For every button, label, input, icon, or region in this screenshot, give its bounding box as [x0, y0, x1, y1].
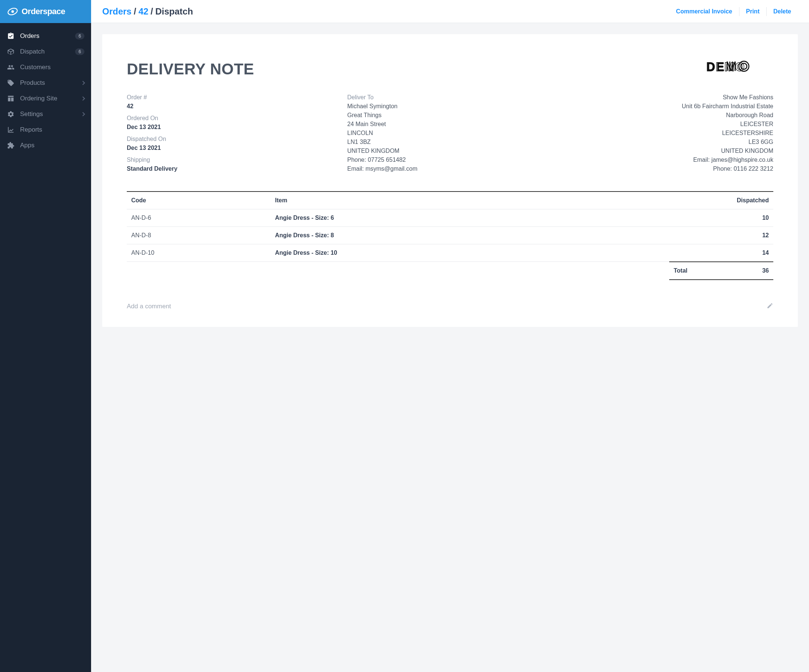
brand-logo-icon [7, 6, 18, 17]
document-header: DELIVERY NOTE DEMO D E [127, 60, 773, 78]
commercial-invoice-link[interactable]: Commercial Invoice [669, 8, 739, 15]
cell-item: Angie Dress - Size: 6 [271, 209, 590, 227]
sidebar-item-label: Products [20, 79, 76, 87]
chevron-right-icon [81, 96, 85, 101]
sidebar-item-customers[interactable]: Customers [0, 59, 91, 75]
ordered-on: Dec 13 2021 [127, 123, 332, 132]
clipboard-check-icon [7, 32, 15, 40]
total-label: Total [674, 267, 687, 274]
comment-placeholder: Add a comment [127, 303, 171, 310]
chart-line-icon [7, 126, 15, 134]
sidebar-item-label: Orders [20, 32, 70, 40]
people-icon [7, 63, 15, 71]
sender-line1: Unit 6b Faircharm Industrial Estate [568, 102, 773, 111]
sidebar-item-settings[interactable]: Settings [0, 106, 91, 122]
recipient-postcode: LN1 3BZ [347, 138, 553, 146]
cell-dispatched: 12 [589, 227, 773, 244]
sidebar-item-label: Ordering Site [20, 95, 76, 102]
table-row: AN-D-10 Angie Dress - Size: 10 14 [127, 244, 773, 262]
dispatched-on: Dec 13 2021 [127, 144, 332, 153]
recipient-city: LINCOLN [347, 129, 553, 138]
website-icon [7, 94, 15, 102]
top-bar: Orders/42/Dispatch Commercial Invoice Pr… [91, 0, 809, 23]
sender-company: Show Me Fashions [568, 93, 773, 102]
sidebar-item-label: Dispatch [20, 48, 70, 55]
recipient-email: Email: msyms@gmail.com [347, 165, 553, 173]
breadcrumb: Orders/42/Dispatch [102, 6, 193, 17]
ordered-on-label: Ordered On [127, 114, 332, 123]
order-num-label: Order # [127, 93, 332, 102]
sidebar-item-label: Apps [20, 142, 84, 149]
cell-item: Angie Dress - Size: 8 [271, 227, 590, 244]
sender-line2: Narborough Road [568, 111, 773, 120]
puzzle-icon [7, 141, 15, 150]
header-item: Item [271, 192, 590, 209]
cell-item: Angie Dress - Size: 10 [271, 244, 590, 262]
package-icon [7, 48, 15, 56]
recipient-name: Michael Symington [347, 102, 553, 111]
brand-name: Orderspace [22, 7, 65, 16]
sidebar-item-label: Customers [20, 64, 84, 71]
sidebar-item-label: Settings [20, 111, 76, 118]
sender-column: Show Me Fashions Unit 6b Faircharm Indus… [568, 93, 773, 176]
sidebar-item-ordering-site[interactable]: Ordering Site [0, 91, 91, 106]
svg-text:D: D [707, 60, 716, 74]
breadcrumb-current: Dispatch [155, 6, 193, 16]
document-info: Order # 42 Ordered On Dec 13 2021 Dispat… [127, 93, 773, 176]
main-content: Orders/42/Dispatch Commercial Invoice Pr… [91, 0, 809, 672]
cell-code: AN-D-6 [127, 209, 271, 227]
shipping-label: Shipping [127, 155, 332, 165]
sidebar-item-products[interactable]: Products [0, 75, 91, 91]
chevron-right-icon [81, 81, 85, 85]
shipping-method: Standard Delivery [127, 165, 332, 173]
order-num: 42 [127, 102, 332, 111]
dispatched-on-label: Dispatched On [127, 134, 332, 144]
pencil-icon[interactable] [767, 302, 773, 311]
table-row: AN-D-6 Angie Dress - Size: 6 10 [127, 209, 773, 227]
order-info-column: Order # 42 Ordered On Dec 13 2021 Dispat… [127, 93, 332, 176]
chevron-right-icon [81, 112, 85, 116]
sender-region: LEICESTERSHIRE [568, 129, 773, 138]
content-area: DELIVERY NOTE DEMO D E [91, 23, 809, 338]
sidebar-item-orders[interactable]: Orders 6 [0, 28, 91, 44]
header-code: Code [127, 192, 271, 209]
cell-code: AN-D-8 [127, 227, 271, 244]
sender-email: Email: james@highspire.co.uk [568, 155, 773, 165]
breadcrumb-orders-link[interactable]: Orders [102, 6, 132, 16]
svg-point-1 [12, 10, 14, 13]
company-logo: DEMO D E [707, 60, 773, 75]
sidebar-badge: 6 [75, 33, 84, 39]
deliver-to-column: Deliver To Michael Symington Great Thing… [347, 93, 553, 176]
header-dispatched: Dispatched [589, 192, 773, 209]
breadcrumb-order-id-link[interactable]: 42 [138, 6, 148, 16]
document-title: DELIVERY NOTE [127, 60, 254, 78]
sidebar-item-reports[interactable]: Reports [0, 122, 91, 138]
print-link[interactable]: Print [740, 8, 766, 15]
sidebar-item-label: Reports [20, 126, 84, 133]
recipient-street: 24 Main Street [347, 120, 553, 129]
recipient-country: UNITED KINGDOM [347, 146, 553, 155]
sidebar-item-dispatch[interactable]: Dispatch 6 [0, 44, 91, 59]
delivery-note-document: DELIVERY NOTE DEMO D E [102, 34, 798, 327]
cell-dispatched: 14 [589, 244, 773, 262]
deliver-to-label: Deliver To [347, 93, 553, 102]
comment-section[interactable]: Add a comment [127, 302, 773, 311]
tag-icon [7, 79, 15, 87]
total-value: 36 [762, 267, 769, 274]
recipient-company: Great Things [347, 111, 553, 120]
delete-link[interactable]: Delete [767, 8, 798, 15]
cell-dispatched: 10 [589, 209, 773, 227]
sidebar-nav: Orders 6 Dispatch 6 Customers Products O… [0, 23, 91, 153]
cell-code: AN-D-10 [127, 244, 271, 262]
top-actions: Commercial Invoice Print Delete [669, 7, 798, 16]
table-row: AN-D-8 Angie Dress - Size: 8 12 [127, 227, 773, 244]
sender-postcode: LE3 6GG [568, 138, 773, 146]
sidebar-badge: 6 [75, 48, 84, 55]
gear-icon [7, 110, 15, 118]
total-row: Total 36 [127, 262, 773, 280]
recipient-phone: Phone: 07725 651482 [347, 155, 553, 165]
items-table: Code Item Dispatched AN-D-6 Angie Dress … [127, 191, 773, 262]
sidebar-header: Orderspace [0, 0, 91, 23]
sidebar-item-apps[interactable]: Apps [0, 138, 91, 153]
sender-country: UNITED KINGDOM [568, 146, 773, 155]
